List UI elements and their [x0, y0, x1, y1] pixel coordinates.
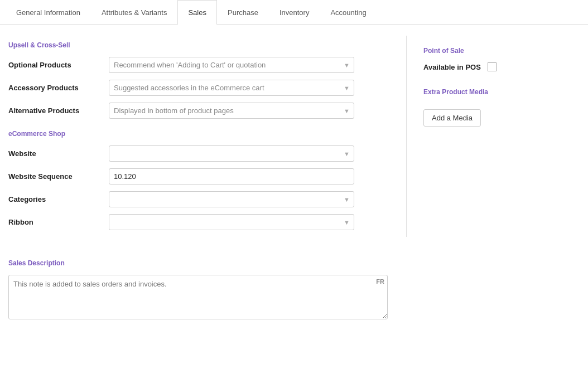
categories-field: ▼ — [109, 191, 354, 207]
ribbon-field: ▼ — [109, 214, 354, 230]
available-in-pos-row: Available in POS — [423, 62, 580, 71]
alternative-products-field: Displayed in bottom of product pages ▼ — [109, 103, 354, 119]
website-sequence-row: Website Sequence — [8, 168, 389, 184]
tab-attributes[interactable]: Attributes & Variants — [91, 0, 178, 25]
panel-divider — [406, 36, 407, 237]
categories-row: Categories ▼ — [8, 191, 389, 207]
media-section-title: Extra Product Media — [423, 88, 580, 96]
sales-desc-textarea[interactable] — [8, 275, 388, 319]
optional-products-select[interactable]: Recommend when 'Adding to Cart' or quota… — [109, 57, 354, 73]
tab-accounting[interactable]: Accounting — [320, 0, 377, 25]
available-in-pos-checkbox[interactable] — [488, 62, 497, 71]
ribbon-select-wrapper: ▼ — [109, 214, 354, 230]
website-row: Website ▼ — [8, 145, 389, 162]
lang-badge: FR — [376, 278, 384, 285]
sales-textarea-wrapper: FR — [8, 275, 388, 321]
ribbon-label: Ribbon — [8, 218, 109, 226]
categories-select-wrapper: ▼ — [109, 191, 354, 207]
website-select-wrapper: ▼ — [109, 145, 354, 162]
left-panel: Upsell & Cross-Sell Optional Products Re… — [8, 36, 389, 237]
accessory-products-field: Suggested accessories in the eCommerce c… — [109, 80, 354, 96]
tab-sales[interactable]: Sales — [177, 0, 217, 25]
available-in-pos-label: Available in POS — [423, 63, 481, 71]
website-field: ▼ — [109, 145, 354, 162]
optional-products-row: Optional Products Recommend when 'Adding… — [8, 57, 389, 73]
accessory-products-select[interactable]: Suggested accessories in the eCommerce c… — [109, 80, 354, 96]
alternative-products-select[interactable]: Displayed in bottom of product pages — [109, 103, 354, 119]
tab-bar: General Information Attributes & Variant… — [0, 0, 588, 25]
sales-desc-section: Sales Description FR — [0, 248, 588, 332]
optional-products-label: Optional Products — [8, 61, 109, 69]
categories-label: Categories — [8, 195, 109, 203]
tab-inventory[interactable]: Inventory — [269, 0, 320, 25]
main-content: Upsell & Cross-Sell Optional Products Re… — [0, 25, 588, 248]
categories-select[interactable] — [109, 191, 354, 207]
tab-general[interactable]: General Information — [6, 0, 91, 25]
optional-products-select-wrapper: Recommend when 'Adding to Cart' or quota… — [109, 57, 354, 73]
ecommerce-section-title: eCommerce Shop — [8, 130, 389, 138]
website-sequence-input[interactable] — [109, 168, 354, 184]
accessory-products-row: Accessory Products Suggested accessories… — [8, 80, 389, 96]
accessory-products-select-wrapper: Suggested accessories in the eCommerce c… — [109, 80, 354, 96]
alternative-products-select-wrapper: Displayed in bottom of product pages ▼ — [109, 103, 354, 119]
alternative-products-label: Alternative Products — [8, 106, 109, 115]
add-media-button[interactable]: Add a Media — [423, 109, 481, 127]
right-panel: Point of Sale Available in POS Extra Pro… — [423, 36, 580, 237]
upsell-section-title: Upsell & Cross-Sell — [8, 41, 389, 49]
tab-purchase[interactable]: Purchase — [217, 0, 269, 25]
accessory-products-label: Accessory Products — [8, 84, 109, 92]
alternative-products-row: Alternative Products Displayed in bottom… — [8, 103, 389, 119]
website-sequence-label: Website Sequence — [8, 172, 109, 181]
website-select[interactable] — [109, 145, 354, 162]
ribbon-select[interactable] — [109, 214, 354, 230]
ribbon-row: Ribbon ▼ — [8, 214, 389, 230]
sales-desc-title: Sales Description — [8, 259, 580, 267]
media-section: Extra Product Media Add a Media — [423, 88, 580, 127]
website-sequence-field — [109, 168, 354, 184]
pos-section: Point of Sale Available in POS — [423, 36, 580, 71]
website-label: Website — [8, 149, 109, 158]
pos-section-title: Point of Sale — [423, 47, 580, 55]
optional-products-field: Recommend when 'Adding to Cart' or quota… — [109, 57, 354, 73]
